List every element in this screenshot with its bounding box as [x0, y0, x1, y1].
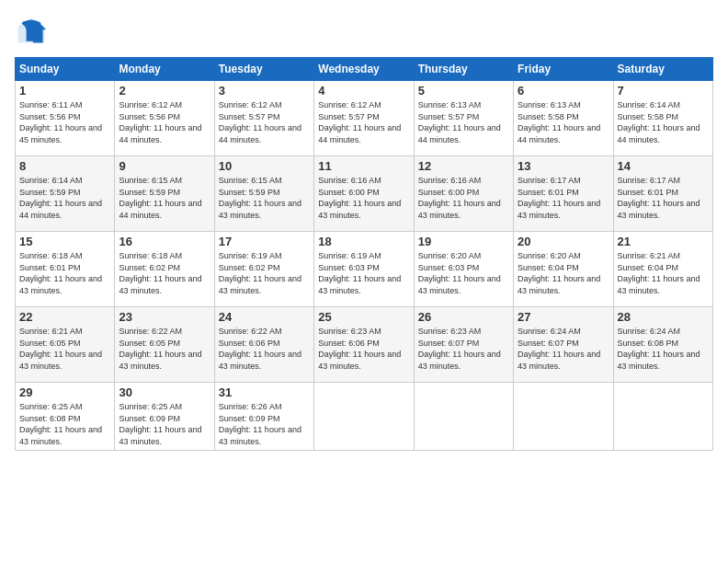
calendar-cell	[613, 383, 712, 451]
day-number: 31	[219, 385, 310, 399]
calendar-cell: 14 Sunrise: 6:17 AM Sunset: 6:01 PM Dayl…	[613, 156, 712, 232]
calendar-cell: 15 Sunrise: 6:18 AM Sunset: 6:01 PM Dayl…	[16, 232, 115, 307]
calendar-cell: 2 Sunrise: 6:12 AM Sunset: 5:56 PM Dayli…	[115, 81, 214, 156]
calendar-cell: 30 Sunrise: 6:25 AM Sunset: 6:09 PM Dayl…	[115, 383, 214, 451]
calendar-cell: 23 Sunrise: 6:22 AM Sunset: 6:05 PM Dayl…	[115, 307, 214, 383]
calendar-cell: 8 Sunrise: 6:14 AM Sunset: 5:59 PM Dayli…	[16, 156, 115, 232]
day-number: 8	[19, 159, 110, 173]
day-number: 18	[318, 235, 409, 248]
day-info: Sunrise: 6:22 AM Sunset: 6:05 PM Dayligh…	[119, 326, 210, 372]
day-info: Sunrise: 6:21 AM Sunset: 6:04 PM Dayligh…	[618, 250, 709, 296]
day-number: 12	[418, 159, 509, 173]
calendar-cell: 20 Sunrise: 6:20 AM Sunset: 6:04 PM Dayl…	[514, 232, 613, 307]
calendar-cell: 28 Sunrise: 6:24 AM Sunset: 6:08 PM Dayl…	[613, 307, 712, 383]
calendar-cell: 12 Sunrise: 6:16 AM Sunset: 6:00 PM Dayl…	[414, 156, 513, 232]
day-info: Sunrise: 6:18 AM Sunset: 6:01 PM Dayligh…	[19, 250, 110, 296]
weekday-header: Sunday	[16, 58, 115, 81]
day-number: 2	[119, 84, 210, 98]
day-number: 23	[119, 310, 210, 324]
calendar-body: 1 Sunrise: 6:11 AM Sunset: 5:56 PM Dayli…	[16, 81, 713, 451]
day-number: 29	[19, 385, 110, 399]
day-number: 21	[618, 235, 709, 248]
day-number: 17	[219, 235, 310, 248]
day-info: Sunrise: 6:13 AM Sunset: 5:58 PM Dayligh…	[518, 99, 609, 145]
day-number: 4	[318, 84, 409, 98]
day-number: 14	[618, 159, 709, 173]
day-number: 6	[518, 84, 609, 98]
day-info: Sunrise: 6:24 AM Sunset: 6:08 PM Dayligh…	[618, 326, 709, 372]
calendar-cell: 31 Sunrise: 6:26 AM Sunset: 6:09 PM Dayl…	[214, 383, 313, 451]
day-info: Sunrise: 6:14 AM Sunset: 5:58 PM Dayligh…	[618, 99, 709, 145]
day-number: 11	[318, 159, 409, 173]
calendar-cell: 26 Sunrise: 6:23 AM Sunset: 6:07 PM Dayl…	[414, 307, 513, 383]
calendar-cell: 6 Sunrise: 6:13 AM Sunset: 5:58 PM Dayli…	[514, 81, 613, 156]
weekday-header: Thursday	[414, 58, 513, 81]
calendar-cell: 22 Sunrise: 6:21 AM Sunset: 6:05 PM Dayl…	[16, 307, 115, 383]
calendar-cell	[514, 383, 613, 451]
calendar-cell	[414, 383, 513, 451]
day-info: Sunrise: 6:12 AM Sunset: 5:56 PM Dayligh…	[119, 99, 210, 145]
day-info: Sunrise: 6:15 AM Sunset: 5:59 PM Dayligh…	[119, 175, 210, 221]
day-info: Sunrise: 6:21 AM Sunset: 6:05 PM Dayligh…	[19, 326, 110, 372]
calendar-cell: 13 Sunrise: 6:17 AM Sunset: 6:01 PM Dayl…	[514, 156, 613, 232]
weekday-header: Saturday	[613, 58, 712, 81]
day-number: 30	[119, 385, 210, 399]
calendar-cell: 11 Sunrise: 6:16 AM Sunset: 6:00 PM Dayl…	[314, 156, 414, 232]
day-number: 19	[418, 235, 509, 248]
weekday-header: Monday	[115, 58, 214, 81]
day-number: 16	[119, 235, 210, 248]
day-info: Sunrise: 6:13 AM Sunset: 5:57 PM Dayligh…	[418, 99, 509, 145]
day-number: 7	[618, 84, 709, 98]
calendar-table: SundayMondayTuesdayWednesdayThursdayFrid…	[15, 57, 713, 451]
day-info: Sunrise: 6:19 AM Sunset: 6:02 PM Dayligh…	[219, 250, 310, 296]
day-number: 27	[518, 310, 609, 324]
day-info: Sunrise: 6:25 AM Sunset: 6:08 PM Dayligh…	[19, 401, 110, 447]
day-info: Sunrise: 6:23 AM Sunset: 6:07 PM Dayligh…	[418, 326, 509, 372]
calendar-cell: 18 Sunrise: 6:19 AM Sunset: 6:03 PM Dayl…	[314, 232, 414, 307]
day-number: 20	[518, 235, 609, 248]
calendar-cell: 10 Sunrise: 6:15 AM Sunset: 5:59 PM Dayl…	[214, 156, 313, 232]
weekday-header: Tuesday	[214, 58, 313, 81]
weekday-header: Wednesday	[314, 58, 414, 81]
calendar-cell: 24 Sunrise: 6:22 AM Sunset: 6:06 PM Dayl…	[214, 307, 313, 383]
day-info: Sunrise: 6:26 AM Sunset: 6:09 PM Dayligh…	[219, 401, 310, 447]
day-number: 1	[19, 84, 110, 98]
day-number: 28	[618, 310, 709, 324]
calendar-cell: 7 Sunrise: 6:14 AM Sunset: 5:58 PM Dayli…	[613, 81, 712, 156]
calendar-cell: 16 Sunrise: 6:18 AM Sunset: 6:02 PM Dayl…	[115, 232, 214, 307]
day-info: Sunrise: 6:20 AM Sunset: 6:03 PM Dayligh…	[418, 250, 509, 296]
logo-icon	[15, 15, 48, 48]
day-info: Sunrise: 6:19 AM Sunset: 6:03 PM Dayligh…	[318, 250, 409, 296]
calendar-cell: 17 Sunrise: 6:19 AM Sunset: 6:02 PM Dayl…	[214, 232, 313, 307]
day-info: Sunrise: 6:12 AM Sunset: 5:57 PM Dayligh…	[219, 99, 310, 145]
weekday-header: Friday	[514, 58, 613, 81]
svg-rect-3	[27, 27, 37, 41]
day-info: Sunrise: 6:20 AM Sunset: 6:04 PM Dayligh…	[518, 250, 609, 296]
calendar-header-row: SundayMondayTuesdayWednesdayThursdayFrid…	[16, 58, 713, 81]
day-info: Sunrise: 6:11 AM Sunset: 5:56 PM Dayligh…	[19, 99, 110, 145]
day-info: Sunrise: 6:12 AM Sunset: 5:57 PM Dayligh…	[318, 99, 409, 145]
calendar-cell: 25 Sunrise: 6:23 AM Sunset: 6:06 PM Dayl…	[314, 307, 414, 383]
day-info: Sunrise: 6:22 AM Sunset: 6:06 PM Dayligh…	[219, 326, 310, 372]
day-info: Sunrise: 6:23 AM Sunset: 6:06 PM Dayligh…	[318, 326, 409, 372]
calendar-cell: 1 Sunrise: 6:11 AM Sunset: 5:56 PM Dayli…	[16, 81, 115, 156]
logo	[15, 15, 51, 48]
header	[15, 15, 713, 48]
calendar-cell: 19 Sunrise: 6:20 AM Sunset: 6:03 PM Dayl…	[414, 232, 513, 307]
day-info: Sunrise: 6:17 AM Sunset: 6:01 PM Dayligh…	[618, 175, 709, 221]
day-info: Sunrise: 6:25 AM Sunset: 6:09 PM Dayligh…	[119, 401, 210, 447]
day-number: 22	[19, 310, 110, 324]
day-number: 10	[219, 159, 310, 173]
day-info: Sunrise: 6:24 AM Sunset: 6:07 PM Dayligh…	[518, 326, 609, 372]
calendar-cell: 27 Sunrise: 6:24 AM Sunset: 6:07 PM Dayl…	[514, 307, 613, 383]
day-number: 26	[418, 310, 509, 324]
day-number: 24	[219, 310, 310, 324]
day-info: Sunrise: 6:18 AM Sunset: 6:02 PM Dayligh…	[119, 250, 210, 296]
day-number: 15	[19, 235, 110, 248]
day-info: Sunrise: 6:15 AM Sunset: 5:59 PM Dayligh…	[219, 175, 310, 221]
day-number: 5	[418, 84, 509, 98]
calendar-cell	[314, 383, 414, 451]
day-info: Sunrise: 6:17 AM Sunset: 6:01 PM Dayligh…	[518, 175, 609, 221]
day-number: 9	[119, 159, 210, 173]
day-number: 25	[318, 310, 409, 324]
